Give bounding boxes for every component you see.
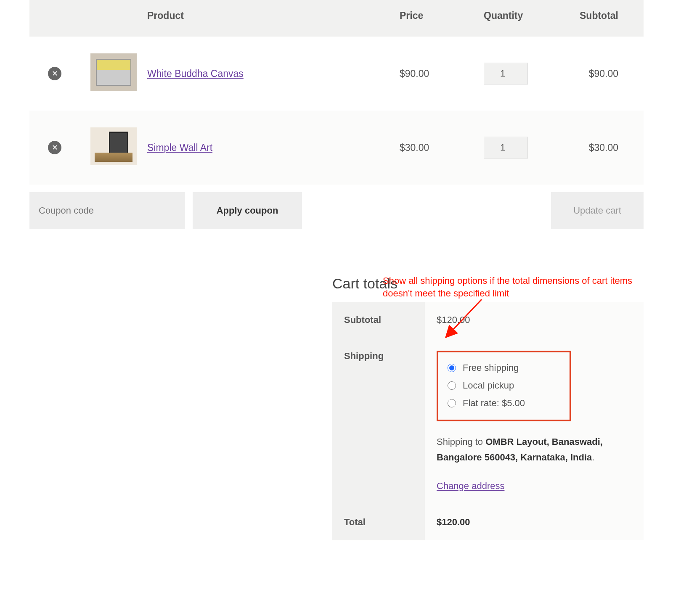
shipping-option-free[interactable]: Free shipping: [448, 359, 560, 377]
quantity-input[interactable]: [484, 137, 528, 159]
col-price-header: Price: [391, 0, 475, 37]
apply-coupon-button[interactable]: Apply coupon: [193, 192, 302, 229]
shipping-option-label: Free shipping: [463, 362, 519, 373]
col-product-header: Product: [147, 0, 391, 37]
update-cart-button[interactable]: Update cart: [551, 192, 644, 229]
col-qty-header: Quantity: [475, 0, 559, 37]
shipping-radio-local[interactable]: [448, 381, 456, 390]
item-price: $90.00: [391, 37, 475, 111]
cart-totals-table: Subtotal $120.00 Shipping Free shipping …: [332, 302, 644, 540]
table-row: ✕ Simple Wall Art $30.00 $30.00: [29, 111, 644, 185]
close-icon: ✕: [52, 70, 58, 77]
shipping-option-flat[interactable]: Flat rate: $5.00: [448, 394, 560, 412]
col-subtotal-header: Subtotal: [559, 0, 644, 37]
shipping-to-prefix: Shipping to: [437, 436, 485, 447]
coupon-input[interactable]: [29, 192, 185, 229]
product-link[interactable]: Simple Wall Art: [147, 142, 212, 153]
totals-shipping-label: Shipping: [332, 338, 425, 504]
col-remove: [29, 0, 80, 37]
item-subtotal: $90.00: [559, 37, 644, 111]
shipping-option-label: Local pickup: [463, 380, 514, 391]
change-address-link[interactable]: Change address: [437, 481, 504, 492]
table-row: ✕ White Buddha Canvas $90.00 $90.00: [29, 37, 644, 111]
shipping-option-label: Flat rate: $5.00: [463, 398, 525, 409]
shipping-options-box: Free shipping Local pickup Flat rate: $5…: [437, 351, 571, 421]
shipping-to-suffix: .: [592, 452, 594, 463]
shipping-radio-free[interactable]: [448, 364, 456, 372]
item-subtotal: $30.00: [559, 111, 644, 185]
totals-subtotal-value: $120.00: [425, 302, 644, 338]
annotation-text: Show all shipping options if the total d…: [383, 275, 644, 299]
product-thumbnail[interactable]: [90, 53, 137, 91]
item-price: $30.00: [391, 111, 475, 185]
cart-table: Product Price Quantity Subtotal ✕ White …: [29, 0, 644, 229]
remove-item-button[interactable]: ✕: [48, 67, 61, 80]
product-thumbnail[interactable]: [90, 127, 137, 165]
quantity-input[interactable]: [484, 63, 528, 85]
shipping-option-local[interactable]: Local pickup: [448, 377, 560, 394]
shipping-radio-flat[interactable]: [448, 399, 456, 407]
totals-total-value: $120.00: [437, 517, 470, 527]
totals-total-label: Total: [332, 504, 425, 540]
totals-subtotal-label: Subtotal: [332, 302, 425, 338]
close-icon: ✕: [52, 144, 58, 151]
shipping-to: Shipping to OMBR Layout, Banaswadi, Bang…: [437, 434, 632, 465]
remove-item-button[interactable]: ✕: [48, 141, 61, 154]
product-link[interactable]: White Buddha Canvas: [147, 68, 244, 79]
col-thumb: [80, 0, 147, 37]
